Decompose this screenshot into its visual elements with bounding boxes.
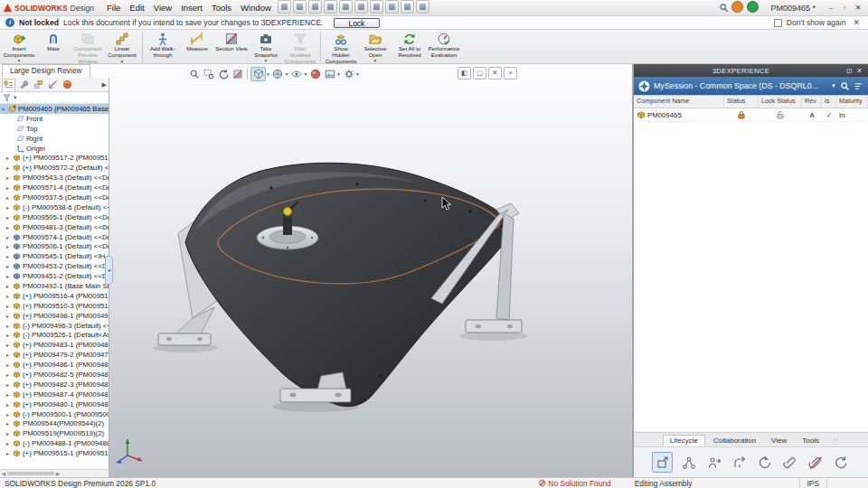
ribbon-add-walk-through-button[interactable]: Add Walk-through [146,31,180,64]
column-header-is[interactable]: Is [822,96,836,108]
expander-icon[interactable]: ▸ [6,204,13,211]
tree-item[interactable]: ▸PM009545-1 (Default) <IH & BB> [0,251,108,261]
column-header-maturity[interactable]: Maturity [836,96,867,108]
dont-show-again-checkbox[interactable] [774,19,782,27]
expander-icon[interactable]: ▸ [6,283,13,289]
dropdown-caret-icon[interactable]: ▾ [267,71,269,77]
lock-button[interactable]: Lock [334,18,381,28]
panel-close-icon[interactable]: ✕ [854,67,864,75]
tab-view[interactable]: View [764,435,794,446]
detach-icon[interactable] [806,453,825,472]
tree-item[interactable]: ▸PM009506-1 (Default) <<Default: [0,241,108,251]
panel-options-icon[interactable]: ⊡ [844,67,854,75]
column-header-rev[interactable]: Rev [802,96,822,108]
tree-item[interactable]: ▸(+) PM009572-2 (Default) <<Defa [0,163,108,173]
menu-window[interactable]: Window [236,2,276,14]
expander-icon[interactable]: ▸ [6,224,13,230]
new-doc-icon[interactable] [278,0,291,14]
scroll-left-icon[interactable]: ◀ [0,471,7,476]
expander-icon[interactable]: ▸ [6,342,13,348]
expander-icon[interactable]: ▸ [6,323,13,329]
notifications-badge[interactable] [731,1,743,13]
tree-item[interactable]: ▸PM009537-5 (Default) <<Default: [0,192,108,202]
tree-item[interactable]: ▸PM009453-2 (Default) <<Default: [0,261,108,271]
tree-item[interactable]: ▸(+) PM009517-2 (PM009517) <<C [0,153,108,163]
tree-item[interactable]: ▸PM009492-1 (Base Main Shaft [0,281,108,291]
table-row[interactable]: PM009465A✓In [634,108,868,122]
property-manager-icon[interactable] [18,79,30,90]
menu-insert[interactable]: Insert [176,2,207,14]
new-revision-icon[interactable] [652,452,673,473]
ribbon-performance-evaluation-button[interactable]: Performance Evaluation [427,31,461,64]
expander-icon[interactable]: ▸ [6,420,13,427]
tree-origin[interactable]: Origin [0,144,108,154]
ribbon-set-all-to-resolved-button[interactable]: Set All to Resolved [392,31,427,64]
expander-icon[interactable]: ▸ [6,214,13,221]
panel-collapse-handle[interactable]: ◂ [105,256,113,285]
ribbon-mate-button[interactable]: Mate [36,31,71,64]
share-icon[interactable] [730,453,749,472]
expander-icon[interactable]: ▸ [6,234,13,240]
expander-icon[interactable]: ▾ [2,106,8,112]
tree-item[interactable]: ▸(-) PM009526-1 (Default<As Mac [0,330,108,340]
dropdown-caret-icon[interactable]: ▾ [356,71,359,77]
dropdown-caret-icon[interactable]: ▾ [286,71,288,77]
tree-item[interactable]: ▸PM009543-3 (Default) <<Default: [0,173,108,183]
expander-icon[interactable]: ▸ [6,243,13,249]
expander-icon[interactable]: ▸ [6,303,13,309]
session-caret-icon[interactable]: ▼ [831,83,836,89]
column-header-lock-status[interactable]: Lock Status [759,96,802,108]
tree-item[interactable]: ▸(+) PM009480-1 (PM009480) <<C [0,399,108,409]
tree-filter-row[interactable]: ▼ [0,92,108,104]
tree-item[interactable]: ▸PM009481-3 (Default) <<Default: [0,222,108,232]
menu-edit[interactable]: Edit [125,2,148,14]
minimize-button[interactable]: – [825,3,837,14]
expander-icon[interactable]: ▸ [6,440,13,446]
dropdown-caret-icon[interactable]: ▾ [337,71,340,77]
heart-icon[interactable]: ♡ [833,438,839,446]
rebuild-icon[interactable] [385,0,399,14]
tree-item[interactable]: ▸(+) PM009479-2 (PM009479) <<C [0,350,108,360]
update-icon[interactable] [831,453,850,472]
undo-icon[interactable] [339,0,353,14]
tree-item[interactable]: ▸PM009519(PM009519)(2) [0,428,108,438]
tree-item[interactable]: ▸(-) PM009488-1 (PM009488) <<C [0,438,108,448]
expander-icon[interactable]: ▸ [6,411,13,418]
dimxpert-icon[interactable] [47,79,59,90]
ribbon-section-view-button[interactable]: Section View [214,31,249,64]
mysession-bar[interactable]: MySession - Common Space (DS - DSQRL0...… [634,77,868,95]
expander-icon[interactable]: ▸ [6,253,13,259]
options-icon[interactable] [416,0,429,14]
search-icon[interactable] [719,3,729,13]
tree-item[interactable]: ▸PM009544(PM009544)(2) [0,419,108,429]
expander-icon[interactable]: ▸ [6,391,13,398]
maturity-icon[interactable] [755,453,774,472]
feature-manager-icon[interactable] [2,79,15,91]
expander-icon[interactable]: ▸ [6,332,13,338]
expander-icon[interactable]: ▸ [6,401,13,408]
expander-icon[interactable]: ▸ [6,450,13,456]
tree-item[interactable]: ▸(-) PM009538-6 (Default) <<Defa [0,202,108,212]
menu-view[interactable]: View [149,2,176,14]
tree-plane-right[interactable]: Right [0,134,108,144]
select-icon[interactable] [370,0,383,14]
tree-item[interactable]: ▸(+) PM009487-4 (PM009487) <<C [0,389,108,399]
column-header-status[interactable]: Status [724,96,759,108]
expander-icon[interactable]: ▸ [6,371,13,378]
configuration-manager-icon[interactable] [33,79,44,90]
notification-close-icon[interactable]: ✕ [850,18,863,27]
transfer-ownership-icon[interactable] [704,453,723,472]
tree-item[interactable]: ▸(-) PM009496-3 (Default) <<Defa [0,321,108,331]
expander-icon[interactable]: ▸ [6,293,13,299]
tree-item[interactable]: ▸(+) PM009510-3 (PM009510) <<C [0,301,108,311]
expander-icon[interactable]: ▸ [6,194,13,201]
scrollbar-thumb[interactable] [7,472,54,475]
attach-icon[interactable] [780,453,799,472]
expander-icon[interactable]: ▸ [6,352,13,358]
display-manager-icon[interactable] [61,79,73,90]
tree-item[interactable]: ▸(+) PM009486-1 (PM009486) <<C [0,360,108,370]
tree-item[interactable]: ▸PM009571-4 (Default) <<Default: [0,183,108,192]
maximize-button[interactable]: ▫ [838,3,851,14]
menu-file[interactable]: File [102,2,125,14]
route-icon[interactable] [679,453,698,472]
